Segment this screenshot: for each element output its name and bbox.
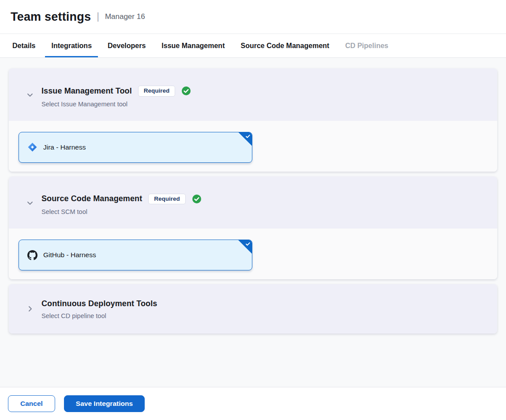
team-settings-page: Team settings | Manager 16 Details Integ… [0, 0, 506, 420]
green-check-circle-icon [181, 86, 191, 96]
section-subtitle: Select SCM tool [41, 208, 487, 215]
tab-cd-pipelines: CD Pipelines [339, 34, 394, 57]
section-cd-header[interactable]: Continuous Deployment Tools Select CD pi… [9, 284, 497, 334]
chevron-down-icon [26, 199, 34, 207]
section-source-code-management: Source Code Management Required Select S… [9, 176, 497, 280]
section-scm-header[interactable]: Source Code Management Required Select S… [9, 176, 497, 229]
chevron-down-icon [26, 90, 34, 99]
check-icon [245, 133, 251, 139]
cancel-button[interactable]: Cancel [8, 395, 55, 412]
page-subtitle: Manager 16 [105, 12, 145, 21]
section-title: Source Code Management [41, 194, 142, 203]
tool-card-github-harness[interactable]: GitHub - Harness [19, 240, 252, 270]
tab-issue-management[interactable]: Issue Management [155, 34, 231, 57]
tool-card-jira-harness[interactable]: Jira - Harness [19, 132, 252, 163]
section-issue-management-body: Jira - Harness [9, 121, 497, 172]
tool-card-label: Jira - Harness [43, 143, 86, 151]
tab-developers[interactable]: Developers [101, 34, 152, 57]
section-title: Continuous Deployment Tools [41, 299, 157, 308]
tab-bar: Details Integrations Developers Issue Ma… [0, 34, 506, 58]
section-subtitle: Select Issue Management tool [41, 101, 487, 108]
section-issue-management-header[interactable]: Issue Management Tool Required Select Is… [9, 68, 497, 121]
title-divider: | [97, 11, 99, 22]
section-subtitle: Select CD pipeline tool [41, 312, 487, 319]
tab-integrations[interactable]: Integrations [45, 34, 98, 57]
required-badge: Required [148, 194, 186, 205]
footer-action-bar: Cancel Save Integrations [0, 387, 506, 420]
save-integrations-button[interactable]: Save Integrations [64, 395, 145, 412]
selected-check-corner [238, 132, 252, 146]
chevron-right-icon [26, 304, 34, 313]
github-icon [27, 250, 37, 260]
section-continuous-deployment-tools: Continuous Deployment Tools Select CD pi… [9, 284, 497, 334]
selected-check-corner [238, 240, 252, 254]
integrations-content: Issue Management Tool Required Select Is… [0, 58, 506, 387]
required-badge: Required [138, 86, 176, 97]
section-title: Issue Management Tool [41, 86, 132, 96]
check-icon [245, 241, 251, 247]
page-title: Team settings [11, 10, 91, 24]
section-scm-body: GitHub - Harness [9, 229, 497, 279]
green-check-circle-icon [192, 194, 202, 204]
section-issue-management-tool: Issue Management Tool Required Select Is… [9, 68, 497, 172]
jira-icon [27, 142, 37, 152]
page-header: Team settings | Manager 16 [0, 0, 506, 34]
tab-details[interactable]: Details [6, 34, 41, 57]
tool-card-label: GitHub - Harness [43, 251, 96, 259]
tab-source-code-management[interactable]: Source Code Management [234, 34, 335, 57]
